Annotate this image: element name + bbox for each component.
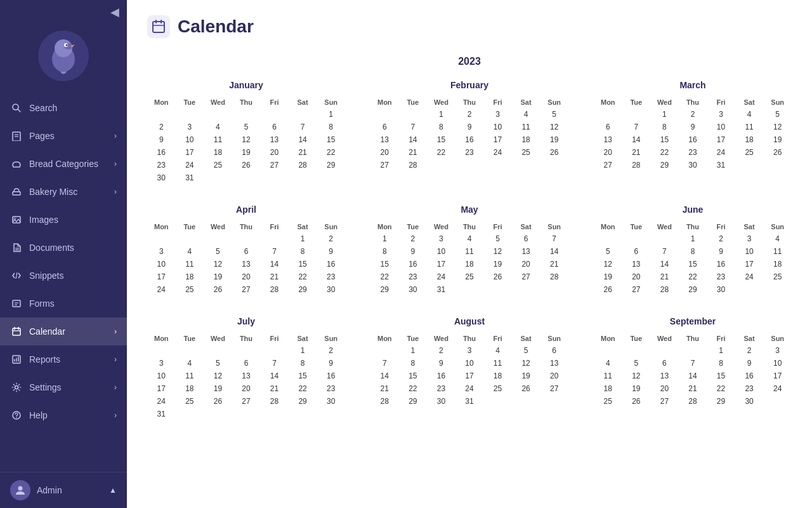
day-cell[interactable]: 20 bbox=[540, 370, 568, 382]
day-cell[interactable]: 27 bbox=[540, 382, 568, 395]
day-cell[interactable]: 25 bbox=[455, 271, 484, 283]
day-cell[interactable]: 7 bbox=[289, 121, 317, 133]
day-cell[interactable]: 5 bbox=[622, 357, 651, 370]
day-cell[interactable]: 3 bbox=[455, 344, 484, 357]
day-cell[interactable]: 15 bbox=[399, 370, 428, 382]
day-cell[interactable]: 22 bbox=[650, 146, 679, 159]
day-cell[interactable]: 22 bbox=[289, 271, 317, 283]
sidebar-item-documents[interactable]: Documents bbox=[0, 234, 127, 262]
day-cell[interactable]: 5 bbox=[594, 245, 622, 258]
day-cell[interactable]: 26 bbox=[594, 283, 622, 296]
day-cell[interactable]: 4 bbox=[735, 108, 764, 121]
day-cell[interactable]: 19 bbox=[204, 271, 232, 283]
day-cell[interactable]: 9 bbox=[427, 357, 455, 370]
day-cell[interactable]: 7 bbox=[399, 121, 428, 133]
day-cell[interactable]: 4 bbox=[204, 121, 232, 133]
day-cell[interactable]: 21 bbox=[679, 382, 707, 395]
day-cell[interactable]: 22 bbox=[317, 146, 345, 159]
day-cell[interactable]: 1 bbox=[289, 344, 317, 357]
day-cell[interactable]: 23 bbox=[427, 382, 455, 395]
day-cell[interactable]: 31 bbox=[455, 395, 484, 408]
day-cell[interactable]: 24 bbox=[147, 395, 176, 408]
day-cell[interactable]: 15 bbox=[679, 258, 707, 271]
day-cell[interactable]: 8 bbox=[317, 121, 345, 133]
day-cell[interactable]: 9 bbox=[455, 121, 484, 133]
day-cell[interactable]: 2 bbox=[455, 108, 484, 121]
day-cell[interactable]: 3 bbox=[176, 121, 204, 133]
day-cell[interactable]: 10 bbox=[147, 370, 176, 382]
day-cell[interactable]: 3 bbox=[483, 108, 512, 121]
day-cell[interactable]: 17 bbox=[483, 133, 512, 146]
day-cell[interactable]: 8 bbox=[679, 245, 707, 258]
day-cell[interactable]: 8 bbox=[650, 121, 679, 133]
day-cell[interactable]: 26 bbox=[763, 146, 792, 159]
day-cell[interactable]: 3 bbox=[147, 357, 176, 370]
day-cell[interactable]: 1 bbox=[650, 108, 679, 121]
day-cell[interactable]: 31 bbox=[427, 283, 455, 296]
day-cell[interactable]: 24 bbox=[483, 146, 512, 159]
day-cell[interactable]: 19 bbox=[622, 382, 651, 395]
day-cell[interactable]: 26 bbox=[232, 159, 261, 171]
day-cell[interactable]: 8 bbox=[707, 357, 735, 370]
day-cell[interactable]: 20 bbox=[650, 382, 679, 395]
day-cell[interactable]: 10 bbox=[147, 258, 176, 271]
day-cell[interactable]: 26 bbox=[204, 283, 232, 296]
day-cell[interactable]: 5 bbox=[763, 108, 792, 121]
day-cell[interactable]: 23 bbox=[735, 382, 764, 395]
day-cell[interactable]: 18 bbox=[763, 258, 792, 271]
day-cell[interactable]: 18 bbox=[483, 370, 512, 382]
day-cell[interactable]: 11 bbox=[204, 133, 232, 146]
day-cell[interactable]: 11 bbox=[594, 370, 622, 382]
day-cell[interactable]: 25 bbox=[594, 395, 622, 408]
day-cell[interactable]: 29 bbox=[317, 159, 345, 171]
day-cell[interactable]: 27 bbox=[232, 283, 261, 296]
day-cell[interactable]: 13 bbox=[594, 133, 622, 146]
day-cell[interactable]: 17 bbox=[147, 271, 176, 283]
day-cell[interactable]: 10 bbox=[427, 245, 455, 258]
day-cell[interactable]: 17 bbox=[455, 370, 484, 382]
day-cell[interactable]: 14 bbox=[260, 258, 289, 271]
day-cell[interactable]: 25 bbox=[204, 159, 232, 171]
day-cell[interactable]: 14 bbox=[650, 258, 679, 271]
day-cell[interactable]: 9 bbox=[317, 245, 345, 258]
day-cell[interactable]: 23 bbox=[317, 382, 345, 395]
day-cell[interactable]: 11 bbox=[735, 121, 764, 133]
day-cell[interactable]: 28 bbox=[370, 395, 399, 408]
day-cell[interactable]: 29 bbox=[650, 159, 679, 171]
day-cell[interactable]: 7 bbox=[622, 121, 651, 133]
day-cell[interactable]: 16 bbox=[455, 133, 484, 146]
day-cell[interactable]: 11 bbox=[763, 245, 792, 258]
day-cell[interactable]: 30 bbox=[679, 159, 707, 171]
day-cell[interactable]: 21 bbox=[399, 146, 428, 159]
day-cell[interactable]: 26 bbox=[204, 395, 232, 408]
day-cell[interactable]: 12 bbox=[622, 370, 651, 382]
sidebar-item-forms[interactable]: Forms bbox=[0, 290, 127, 318]
day-cell[interactable]: 22 bbox=[399, 382, 428, 395]
day-cell[interactable]: 9 bbox=[735, 357, 764, 370]
day-cell[interactable]: 13 bbox=[512, 245, 540, 258]
day-cell[interactable]: 6 bbox=[512, 232, 540, 245]
day-cell[interactable]: 5 bbox=[512, 344, 540, 357]
day-cell[interactable]: 4 bbox=[763, 232, 792, 245]
day-cell[interactable]: 8 bbox=[289, 357, 317, 370]
day-cell[interactable]: 19 bbox=[540, 133, 568, 146]
day-cell[interactable]: 12 bbox=[232, 133, 261, 146]
sidebar-item-images[interactable]: Images bbox=[0, 206, 127, 234]
day-cell[interactable]: 24 bbox=[455, 382, 484, 395]
day-cell[interactable]: 12 bbox=[204, 258, 232, 271]
day-cell[interactable]: 4 bbox=[594, 357, 622, 370]
day-cell[interactable]: 16 bbox=[317, 258, 345, 271]
day-cell[interactable]: 15 bbox=[370, 258, 399, 271]
day-cell[interactable]: 29 bbox=[399, 395, 428, 408]
day-cell[interactable]: 6 bbox=[622, 245, 651, 258]
day-cell[interactable]: 12 bbox=[763, 121, 792, 133]
day-cell[interactable]: 28 bbox=[289, 159, 317, 171]
day-cell[interactable]: 7 bbox=[260, 245, 289, 258]
day-cell[interactable]: 27 bbox=[622, 283, 651, 296]
day-cell[interactable]: 15 bbox=[707, 370, 735, 382]
day-cell[interactable]: 8 bbox=[399, 357, 428, 370]
day-cell[interactable]: 23 bbox=[147, 159, 176, 171]
day-cell[interactable]: 18 bbox=[204, 146, 232, 159]
day-cell[interactable]: 2 bbox=[147, 121, 176, 133]
sidebar-item-pages[interactable]: Pages › bbox=[0, 122, 127, 150]
